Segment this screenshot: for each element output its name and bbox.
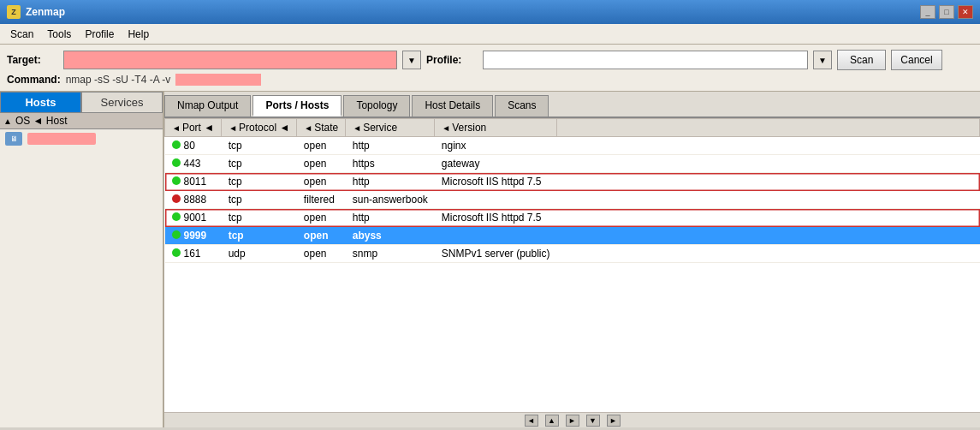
cell-extra	[557, 209, 980, 227]
profile-input[interactable]: Intense scan plus UDP	[483, 51, 808, 69]
ports-table-container: ◄Port ◄ ◄Protocol ◄ ◄State ◄Service ◄Ver…	[164, 118, 980, 412]
menubar: Scan Tools Profile Help	[0, 24, 980, 45]
close-button[interactable]: ✕	[958, 5, 973, 19]
cell-extra	[557, 137, 980, 155]
cell-port: 8888	[165, 191, 222, 209]
cell-state: open	[297, 155, 346, 173]
right-panel: Nmap Output Ports / Hosts Topology Host …	[164, 92, 980, 427]
status-dot	[172, 230, 181, 239]
tab-host-details[interactable]: Host Details	[412, 95, 493, 116]
host-icon: 🖥	[5, 132, 22, 146]
menu-profile[interactable]: Profile	[78, 27, 121, 42]
cell-protocol: tcp	[222, 227, 297, 245]
os-host-bar: ▲ OS ◄ Host	[0, 113, 163, 129]
col-port[interactable]: ◄Port ◄	[165, 119, 222, 137]
status-dot	[172, 194, 181, 203]
scroll-right-button[interactable]: ►	[566, 415, 579, 427]
scroll-center-button[interactable]: ▲	[545, 415, 559, 427]
tab-scans[interactable]: Scans	[495, 95, 549, 116]
cell-service: http	[346, 173, 435, 191]
col-service[interactable]: ◄Service	[346, 119, 435, 137]
cancel-button[interactable]: Cancel	[891, 50, 941, 70]
target-label: Target:	[7, 54, 58, 66]
cell-service: snmp	[346, 245, 435, 263]
status-dot	[172, 248, 181, 257]
cell-version	[435, 227, 557, 245]
cell-state: open	[297, 209, 346, 227]
cell-service: sun-answerbook	[346, 191, 435, 209]
cell-port: 80	[165, 137, 222, 155]
window-controls[interactable]: _ □ ✕	[920, 5, 973, 19]
cell-version: gateway	[435, 155, 557, 173]
cell-state: open	[297, 245, 346, 263]
cell-protocol: udp	[222, 245, 297, 263]
profile-label: Profile:	[426, 54, 478, 66]
cell-state: open	[297, 173, 346, 191]
cell-state: open	[297, 227, 346, 245]
command-text: nmap -sS -sU -T4 -A -v	[66, 74, 171, 86]
cell-version: Microsoft IIS httpd 7.5	[435, 209, 557, 227]
maximize-button[interactable]: □	[939, 5, 954, 19]
cell-extra	[557, 245, 980, 263]
horizontal-scrollbar[interactable]: ◄ ▲ ► ▼ ►	[164, 412, 980, 427]
cell-protocol: tcp	[222, 173, 297, 191]
cell-port: 161	[165, 245, 222, 263]
left-panel-tabs: Hosts Services	[0, 92, 163, 113]
command-redacted-value	[175, 74, 261, 86]
scroll-more-button[interactable]: ▼	[586, 415, 600, 427]
scan-button[interactable]: Scan	[837, 50, 886, 70]
hosts-tab[interactable]: Hosts	[0, 92, 81, 112]
cell-protocol: tcp	[222, 155, 297, 173]
col-protocol[interactable]: ◄Protocol ◄	[222, 119, 297, 137]
os-host-collapse-arrow[interactable]: ▲	[3, 116, 12, 126]
cell-state: filtered	[297, 191, 346, 209]
titlebar: Z Zenmap _ □ ✕	[0, 0, 980, 24]
col-extra	[557, 119, 980, 137]
cell-version: Microsoft IIS httpd 7.5	[435, 173, 557, 191]
target-dropdown-button[interactable]: ▼	[402, 51, 421, 69]
table-row[interactable]: 8888tcpfilteredsun-answerbook	[165, 191, 980, 209]
tab-nmap-output[interactable]: Nmap Output	[164, 95, 251, 116]
table-row[interactable]: 443tcpopenhttpsgateway	[165, 155, 980, 173]
tab-topology[interactable]: Topology	[343, 95, 410, 116]
tabs-bar: Nmap Output Ports / Hosts Topology Host …	[164, 92, 980, 118]
cell-protocol: tcp	[222, 191, 297, 209]
col-state[interactable]: ◄State	[297, 119, 346, 137]
scroll-left-button[interactable]: ◄	[525, 415, 538, 427]
menu-scan[interactable]: Scan	[3, 27, 40, 42]
profile-dropdown-button[interactable]: ▼	[813, 51, 832, 69]
col-version[interactable]: ◄Version	[435, 119, 557, 137]
tab-ports-hosts[interactable]: Ports / Hosts	[252, 95, 342, 116]
status-dot	[172, 158, 181, 167]
table-row[interactable]: 8011tcpopenhttpMicrosoft IIS httpd 7.5	[165, 173, 980, 191]
status-dot	[172, 212, 181, 221]
command-label: Command:	[7, 74, 61, 86]
target-input[interactable]	[63, 51, 397, 69]
cell-version: nginx	[435, 137, 557, 155]
table-row[interactable]: 80tcpopenhttpnginx	[165, 137, 980, 155]
minimize-button[interactable]: _	[920, 5, 935, 19]
cell-protocol: tcp	[222, 209, 297, 227]
cell-service: https	[346, 155, 435, 173]
toolbar: Target: ▼ Profile: Intense scan plus UDP…	[0, 45, 980, 92]
host-list-item[interactable]: 🖥	[0, 129, 163, 148]
cell-extra	[557, 227, 980, 245]
table-row[interactable]: 161udpopensnmpSNMPv1 server (public)	[165, 245, 980, 263]
cell-service: http	[346, 137, 435, 155]
scroll-end-button[interactable]: ►	[607, 415, 621, 427]
cell-service: http	[346, 209, 435, 227]
cell-version: SNMPv1 server (public)	[435, 245, 557, 263]
menu-help[interactable]: Help	[121, 27, 156, 42]
table-row[interactable]: 9001tcpopenhttpMicrosoft IIS httpd 7.5	[165, 209, 980, 227]
cell-port: 443	[165, 155, 222, 173]
status-dot	[172, 140, 181, 149]
cell-extra	[557, 173, 980, 191]
ports-table: ◄Port ◄ ◄Protocol ◄ ◄State ◄Service ◄Ver…	[164, 118, 980, 263]
cell-extra	[557, 191, 980, 209]
host-address	[27, 133, 96, 145]
table-row[interactable]: 9999tcpopenabyss	[165, 227, 980, 245]
main-content: Hosts Services ▲ OS ◄ Host 🖥 Nmap Output…	[0, 92, 980, 427]
app-icon: Z	[7, 5, 21, 19]
menu-tools[interactable]: Tools	[40, 27, 78, 42]
services-tab[interactable]: Services	[81, 92, 163, 112]
